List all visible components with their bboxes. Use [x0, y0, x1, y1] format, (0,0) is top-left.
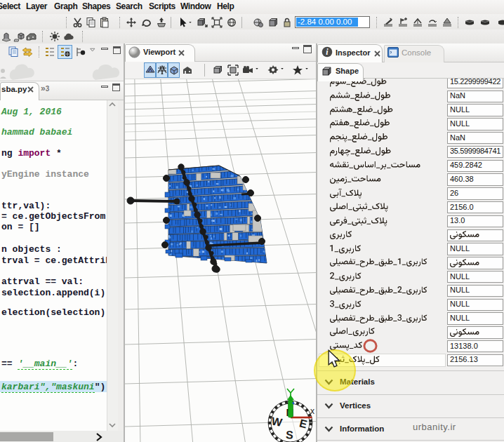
- svg-text:x: x: [310, 406, 314, 416]
- svg-text:S: S: [285, 429, 293, 441]
